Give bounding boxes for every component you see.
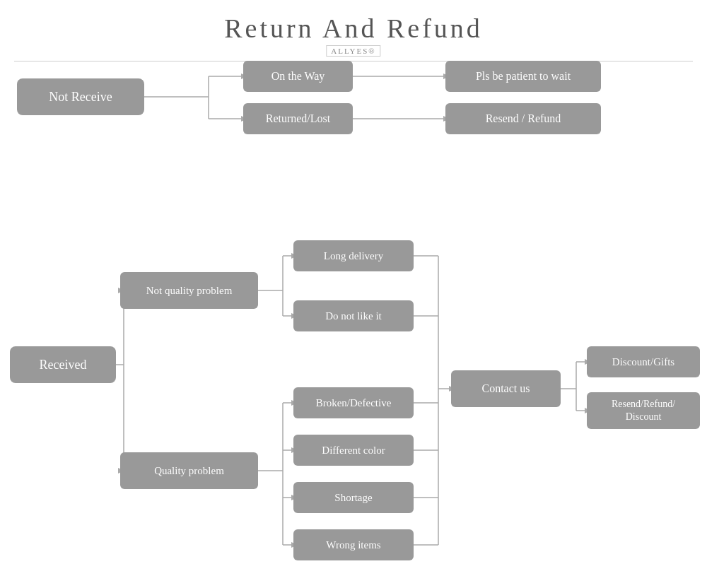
resend-refund-top-node: Resend / Refund [445, 103, 601, 134]
wrong-items-node: Wrong items [293, 529, 414, 560]
subtitle-badge: ALLYES® [326, 45, 380, 57]
shortage-node: Shortage [293, 482, 414, 513]
quality-problem-node: Quality problem [120, 452, 258, 489]
page-title: Return And Refund [0, 0, 707, 44]
received-node: Received [10, 346, 116, 383]
broken-defective-node: Broken/Defective [293, 387, 414, 418]
do-not-like-node: Do not like it [293, 300, 414, 331]
long-delivery-node: Long delivery [293, 240, 414, 271]
contact-us-node: Contact us [451, 370, 561, 407]
resend-refund-discount-node: Resend/Refund/ Discount [587, 392, 700, 429]
not-receive-node: Not Receive [17, 78, 144, 115]
discount-gifts-node: Discount/Gifts [587, 346, 700, 377]
different-color-node: Different color [293, 435, 414, 466]
on-the-way-node: On the Way [243, 61, 353, 92]
not-quality-problem-node: Not quality problem [120, 272, 258, 309]
pls-be-patient-node: Pls be patient to wait [445, 61, 601, 92]
returned-lost-node: Returned/Lost [243, 103, 353, 134]
